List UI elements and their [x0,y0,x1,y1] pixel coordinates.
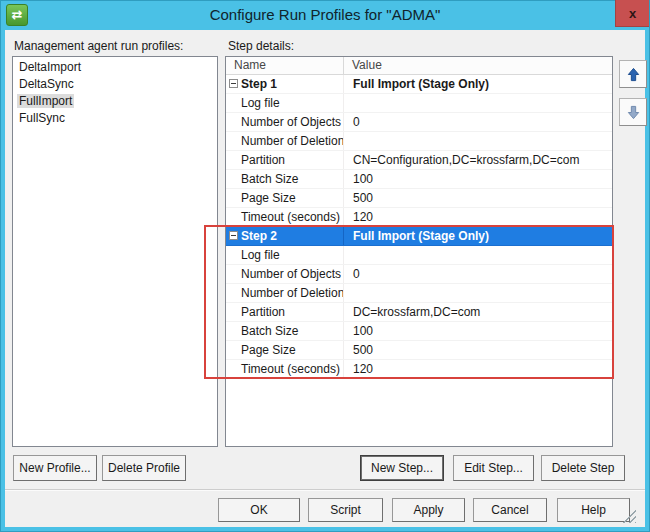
ok-button[interactable]: OK [218,498,300,522]
titlebar[interactable]: ⇄ Configure Run Profiles for "ADMA" x [0,0,650,30]
property-name: Partition [226,151,344,169]
property-name: Timeout (seconds) [226,360,344,378]
step-property-row[interactable]: PartitionCN=Configuration,DC=krossfarm,D… [226,151,612,170]
property-name: Page Size [226,189,344,207]
step-property-row[interactable]: Number of Objects0 [226,265,612,284]
close-button[interactable]: x [615,0,649,27]
sync-manager-icon: ⇄ [6,4,28,26]
property-value [344,94,612,112]
move-step-up-button[interactable] [619,60,647,88]
column-header-name[interactable]: Name [226,57,344,74]
property-value: 0 [344,265,612,283]
property-value: 120 [344,208,612,226]
step-row-2[interactable]: Step 2Full Import (Stage Only) [226,227,612,246]
step-name: Step 1 [226,75,344,93]
delete-profile-button[interactable]: Delete Profile [102,455,186,481]
property-value: 100 [344,322,612,340]
collapse-icon[interactable] [229,231,238,240]
step-property-row[interactable]: Batch Size100 [226,170,612,189]
property-value [344,132,612,150]
property-value: 120 [344,360,612,378]
edit-step-button[interactable]: Edit Step... [453,455,534,481]
move-step-down-button[interactable] [619,98,647,126]
step-property-row[interactable]: Number of Objects0 [226,113,612,132]
new-step-button[interactable]: New Step... [360,455,444,481]
profile-item-label: FullImport [17,94,74,108]
profile-item-deltasync[interactable]: DeltaSync [13,76,217,93]
apply-button[interactable]: Apply [392,498,465,522]
new-profile-button[interactable]: New Profile... [13,455,97,481]
property-name: Number of Deletions [226,132,344,150]
step-property-row[interactable]: Batch Size100 [226,322,612,341]
up-arrow-icon [626,67,641,82]
step-property-row[interactable]: Number of Deletions [226,132,612,151]
property-name: Partition [226,303,344,321]
step-details-label: Step details: [228,39,294,53]
delete-step-button[interactable]: Delete Step [541,455,625,481]
property-value: 0 [344,113,612,131]
profile-item-label: DeltaImport [17,60,83,74]
profile-item-deltaimport[interactable]: DeltaImport [13,59,217,76]
collapse-icon[interactable] [229,79,238,88]
profile-item-label: FullSync [17,111,67,125]
step-value: Full Import (Stage Only) [344,75,612,93]
step-property-row[interactable]: Number of Deletions [226,284,612,303]
property-name: Timeout (seconds) [226,208,344,226]
property-name: Page Size [226,341,344,359]
configure-run-profiles-dialog: ⇄ Configure Run Profiles for "ADMA" x Ma… [0,0,650,532]
property-value [344,246,612,264]
profile-item-fullsync[interactable]: FullSync [13,110,217,127]
cancel-button[interactable]: Cancel [473,498,547,522]
property-value: 100 [344,170,612,188]
step-property-row[interactable]: PartitionDC=krossfarm,DC=com [226,303,612,322]
column-header-value[interactable]: Value [344,57,612,74]
script-button[interactable]: Script [308,498,383,522]
help-button[interactable]: Help [557,498,630,522]
step-value: Full Import (Stage Only) [344,227,612,245]
property-name: Log file [226,246,344,264]
profile-item-label: DeltaSync [17,77,76,91]
property-value: CN=Configuration,DC=krossfarm,DC=com [344,151,612,169]
step-row-1[interactable]: Step 1Full Import (Stage Only) [226,75,612,94]
property-name: Log file [226,94,344,112]
property-name: Number of Deletions [226,284,344,302]
table-header: Name Value [226,57,612,75]
dialog-client-area: Management agent run profiles: Step deta… [5,30,645,527]
table-body: Step 1Full Import (Stage Only)Log fileNu… [226,75,612,379]
step-details-table: Name Value Step 1Full Import (Stage Only… [225,56,613,447]
property-name: Number of Objects [226,265,344,283]
footer-button-bar: OK Script Apply Cancel Help [5,489,645,527]
property-value: 500 [344,189,612,207]
profile-item-fullimport[interactable]: FullImport [13,93,217,110]
property-value: 500 [344,341,612,359]
window-title: Configure Run Profiles for "ADMA" [0,0,650,30]
step-property-row[interactable]: Timeout (seconds)120 [226,360,612,379]
property-value: DC=krossfarm,DC=com [344,303,612,321]
down-arrow-icon [626,105,641,120]
property-name: Batch Size [226,322,344,340]
step-property-row[interactable]: Timeout (seconds)120 [226,208,612,227]
property-name: Batch Size [226,170,344,188]
step-property-row[interactable]: Page Size500 [226,341,612,360]
run-profiles-listbox[interactable]: DeltaImportDeltaSyncFullImportFullSync [12,56,218,447]
step-name: Step 2 [226,227,344,245]
property-value [344,284,612,302]
run-profiles-label: Management agent run profiles: [14,39,183,53]
step-property-row[interactable]: Page Size500 [226,189,612,208]
step-property-row[interactable]: Log file [226,246,612,265]
property-name: Number of Objects [226,113,344,131]
step-property-row[interactable]: Log file [226,94,612,113]
